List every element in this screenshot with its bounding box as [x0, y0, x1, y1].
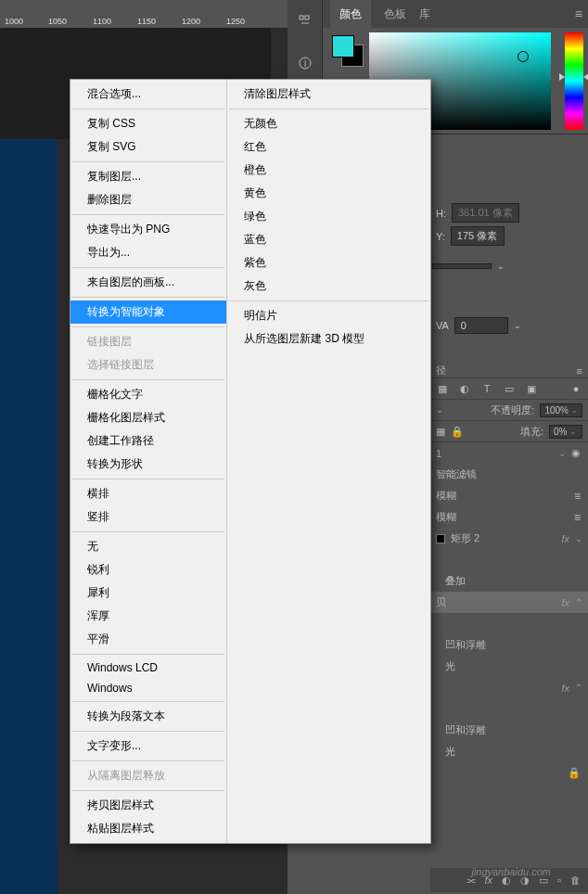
- layer-row[interactable]: 矩形 2 fx ⌄: [430, 528, 588, 549]
- menu-aa-strong[interactable]: 浑厚: [70, 605, 226, 628]
- color-picker-cursor[interactable]: [518, 51, 529, 62]
- expand-icon[interactable]: ⌄: [575, 533, 582, 543]
- menu-windows-lcd[interactable]: Windows LCD: [70, 658, 226, 678]
- menu-clear-style[interactable]: 清除图层样式: [227, 83, 430, 106]
- menu-postcard[interactable]: 明信片: [227, 304, 430, 327]
- svg-rect-0: [300, 16, 303, 19]
- effect-row[interactable]: [430, 613, 588, 634]
- effect-row[interactable]: 叠加: [430, 570, 588, 592]
- menu-paste-layer-style[interactable]: 粘贴图层样式: [70, 817, 226, 840]
- paths-label: 径: [436, 364, 446, 377]
- menu-rasterize-type[interactable]: 栅格化文字: [70, 383, 226, 406]
- effect-row[interactable]: 光: [430, 656, 588, 677]
- fx-icon[interactable]: fx: [485, 875, 493, 886]
- layer-row[interactable]: 模糊 ≡: [430, 506, 588, 528]
- menu-no-color[interactable]: 无颜色: [227, 112, 430, 135]
- expand-icon[interactable]: ⌃: [575, 683, 582, 693]
- effect-row[interactable]: 光: [430, 741, 588, 762]
- effect-row[interactable]: 凹和浮雕: [430, 634, 588, 656]
- info-icon[interactable]: i: [288, 42, 323, 83]
- filter-adjust-icon[interactable]: ◐: [458, 382, 471, 395]
- menu-warp-text[interactable]: 文字变形...: [70, 734, 226, 758]
- menu-aa-crisp[interactable]: 犀利: [70, 581, 226, 605]
- layer-row[interactable]: fx ⌃: [430, 677, 588, 698]
- menu-windows[interactable]: Windows: [70, 678, 226, 698]
- menu-red[interactable]: 红色: [227, 135, 430, 159]
- menu-aa-smooth[interactable]: 平滑: [70, 628, 226, 651]
- layer-row[interactable]: 1 ◉ ⌄: [430, 442, 588, 464]
- eye-icon[interactable]: ◉: [571, 447, 581, 459]
- menu-new-3d-from-layer[interactable]: 从所选图层新建 3D 模型: [227, 327, 430, 351]
- menu-rasterize-style[interactable]: 栅格化图层样式: [70, 406, 226, 429]
- context-menu-column-2: 清除图层样式 无颜色 红色 橙色 黄色 绿色 蓝色 紫色 灰色 明信片 从所选图…: [227, 80, 430, 843]
- menu-gray[interactable]: 灰色: [227, 275, 430, 298]
- menu-duplicate-layer[interactable]: 复制图层...: [70, 165, 226, 188]
- group-icon[interactable]: ▭: [539, 875, 548, 887]
- menu-separator: [72, 326, 224, 327]
- menu-blending-options[interactable]: 混合选项...: [70, 83, 226, 106]
- effect-row[interactable]: [430, 549, 588, 570]
- menu-convert-to-smart-object[interactable]: 转换为智能对象: [70, 300, 226, 324]
- menu-delete-layer[interactable]: 删除图层: [70, 188, 226, 211]
- mask-icon[interactable]: ◐: [502, 875, 511, 887]
- filter-type-icon[interactable]: T: [480, 382, 493, 395]
- link-icon[interactable]: ⫘: [466, 875, 476, 886]
- panel-menu-icon[interactable]: ≡: [575, 6, 582, 21]
- tracking-value[interactable]: 0: [454, 317, 508, 334]
- layer-row[interactable]: 智能滤镜: [430, 464, 588, 485]
- filter-shape-icon[interactable]: ▭: [503, 382, 516, 395]
- height-value[interactable]: 361.01 像素: [452, 203, 519, 223]
- menu-aa-sharp[interactable]: 锐利: [70, 558, 226, 581]
- menu-copy-css[interactable]: 复制 CSS: [70, 112, 226, 135]
- panel-menu-icon[interactable]: ≡: [577, 365, 582, 377]
- layer-row[interactable]: 🔒: [430, 762, 588, 784]
- lock-pixels-icon[interactable]: ▦: [436, 426, 445, 438]
- new-layer-icon[interactable]: ▫: [557, 875, 561, 886]
- menu-yellow[interactable]: 黄色: [227, 182, 430, 205]
- tab-color[interactable]: 颜色: [330, 0, 371, 29]
- layer-row[interactable]: 贝 fx ⌃: [430, 592, 588, 613]
- menu-to-paragraph[interactable]: 转换为段落文本: [70, 705, 226, 728]
- canvas-document: [0, 139, 58, 894]
- layer-context-menu: 混合选项... 复制 CSS 复制 SVG 复制图层... 删除图层 快速导出为…: [70, 79, 431, 844]
- height-label: H:: [436, 208, 446, 219]
- menu-blue[interactable]: 蓝色: [227, 228, 430, 251]
- menu-vertical[interactable]: 竖排: [70, 505, 226, 529]
- hue-pointer: [583, 73, 588, 81]
- hue-slider[interactable]: [565, 32, 583, 130]
- menu-create-work-path[interactable]: 创建工作路径: [70, 429, 226, 453]
- foreground-color-swatch[interactable]: [332, 35, 354, 57]
- menu-export-as[interactable]: 导出为...: [70, 241, 226, 264]
- menu-convert-to-shape[interactable]: 转换为形状: [70, 453, 226, 476]
- menu-aa-none[interactable]: 无: [70, 535, 226, 558]
- lock-icon[interactable]: 🔒: [451, 426, 464, 438]
- trash-icon[interactable]: 🗑: [570, 875, 581, 886]
- filter-image-icon[interactable]: ▦: [436, 382, 449, 395]
- fill-value[interactable]: 0%⌄: [549, 425, 582, 439]
- menu-quick-export-png[interactable]: 快速导出为 PNG: [70, 218, 226, 241]
- layer-row[interactable]: 模糊 ≡: [430, 485, 588, 506]
- expand-icon[interactable]: ⌄: [558, 448, 566, 458]
- y-value[interactable]: 175 像素: [451, 226, 505, 246]
- arrange-icon[interactable]: [288, 0, 323, 42]
- menu-horizontal[interactable]: 横排: [70, 482, 226, 505]
- menu-green[interactable]: 绿色: [227, 205, 430, 228]
- panel-icon-column: i: [288, 0, 323, 83]
- menu-purple[interactable]: 紫色: [227, 251, 430, 275]
- filter-smart-icon[interactable]: ▣: [525, 382, 538, 395]
- filter-settings-icon[interactable]: ≡: [574, 490, 581, 503]
- effect-row[interactable]: 凹和浮雕: [430, 720, 588, 741]
- dropdown[interactable]: ⌄: [432, 262, 506, 271]
- menu-copy-layer-style[interactable]: 拷贝图层样式: [70, 794, 226, 817]
- tab-libraries[interactable]: 库: [419, 6, 430, 22]
- effect-row[interactable]: [430, 698, 588, 720]
- menu-copy-svg[interactable]: 复制 SVG: [70, 135, 226, 159]
- adjustment-icon[interactable]: ◑: [520, 875, 530, 887]
- expand-icon[interactable]: ⌃: [575, 597, 582, 607]
- menu-orange[interactable]: 橙色: [227, 159, 430, 182]
- tab-swatches[interactable]: 色板: [384, 6, 406, 22]
- filter-toggle-icon[interactable]: ●: [569, 382, 582, 395]
- opacity-value[interactable]: 100%⌄: [540, 403, 582, 417]
- menu-artboard-from-layers[interactable]: 来自图层的画板...: [70, 271, 226, 294]
- filter-settings-icon[interactable]: ≡: [574, 511, 581, 524]
